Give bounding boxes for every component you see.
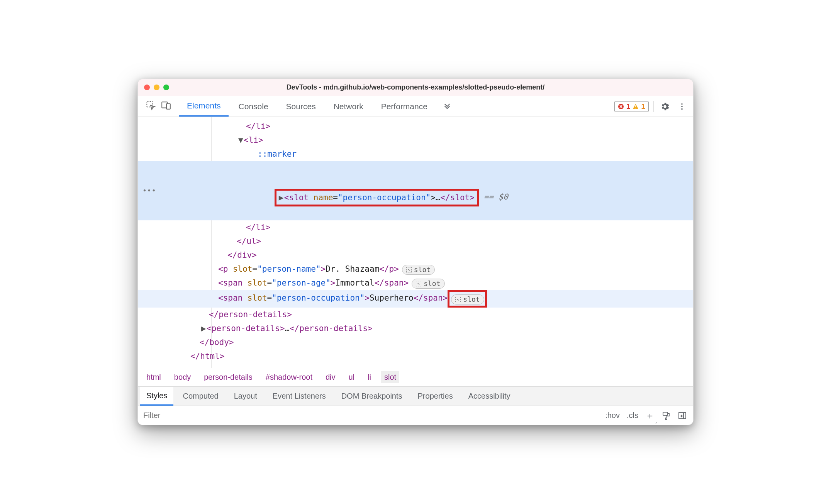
subtab-properties[interactable]: Properties bbox=[412, 387, 459, 406]
crumb-body[interactable]: body bbox=[171, 371, 194, 383]
selected-dollar0: == $0 bbox=[479, 192, 508, 201]
styles-tools: :hov .cls ＋ bbox=[599, 409, 693, 422]
tree-row[interactable]: ::marker bbox=[138, 147, 693, 161]
closing-tag-div: </div> bbox=[227, 250, 257, 260]
collapsed-content: … bbox=[285, 324, 290, 333]
devtools-window: DevTools - mdn.github.io/web-components-… bbox=[137, 79, 694, 425]
sidebar-tabstrip: Styles Computed Layout Event Listeners D… bbox=[138, 386, 693, 406]
tree-row[interactable]: ▼<li> bbox=[138, 133, 693, 147]
slot-pill-label: slot bbox=[424, 277, 440, 291]
tree-row[interactable]: ▶<person-details>…</person-details> bbox=[138, 321, 693, 335]
tree-row[interactable]: </html> bbox=[138, 349, 693, 363]
tab-network[interactable]: Network bbox=[326, 96, 371, 117]
svg-rect-0 bbox=[147, 101, 152, 107]
styles-paint-icon[interactable] bbox=[661, 411, 671, 420]
svg-rect-2 bbox=[166, 103, 170, 109]
tab-sources[interactable]: Sources bbox=[278, 96, 324, 117]
issues-counter[interactable]: 1 1 bbox=[614, 101, 649, 112]
text-content: Immortal bbox=[335, 278, 374, 288]
svg-point-6 bbox=[681, 103, 683, 105]
svg-rect-9 bbox=[663, 412, 668, 415]
styles-filter-input[interactable] bbox=[138, 406, 599, 425]
tab-overflow-button[interactable] bbox=[438, 101, 457, 112]
tree-row[interactable]: </person-details> bbox=[138, 308, 693, 321]
tree-row[interactable]: </li> bbox=[138, 119, 693, 133]
crumb-shadow-root[interactable]: #shadow-root bbox=[263, 371, 315, 383]
crumb-html[interactable]: html bbox=[143, 371, 164, 383]
new-style-rule-button[interactable]: ＋ bbox=[645, 409, 655, 422]
row-actions-icon[interactable]: ••• bbox=[142, 184, 156, 198]
closing-tag-ul: </ul> bbox=[237, 237, 261, 246]
collapsed-content: >… bbox=[431, 193, 440, 202]
closing-tag-slot: </slot> bbox=[440, 193, 475, 202]
tree-row[interactable]: <p slot="person-name">Dr. Shazaam</p>↖sl… bbox=[138, 262, 693, 276]
expand-arrow-down-icon[interactable]: ▼ bbox=[238, 133, 244, 147]
device-toggle-icon[interactable] bbox=[161, 100, 171, 113]
minimize-window-button[interactable] bbox=[154, 85, 159, 90]
attr-value: "person-age" bbox=[272, 278, 331, 288]
svg-rect-4 bbox=[636, 105, 636, 107]
toggle-hov-button[interactable]: :hov bbox=[605, 411, 620, 420]
tree-row[interactable]: </body> bbox=[138, 335, 693, 349]
kebab-menu-icon[interactable] bbox=[676, 101, 688, 112]
subtab-styles[interactable]: Styles bbox=[140, 387, 173, 406]
closing-tag-person-details: </person-details> bbox=[290, 324, 373, 333]
subtab-layout[interactable]: Layout bbox=[228, 387, 263, 406]
slot-pill-label: slot bbox=[463, 293, 480, 306]
crumb-slot[interactable]: slot bbox=[381, 371, 399, 383]
toggle-computed-side-icon[interactable] bbox=[678, 411, 687, 420]
tab-performance[interactable]: Performance bbox=[373, 96, 435, 117]
crumb-div[interactable]: div bbox=[322, 371, 339, 383]
crumb-person-details[interactable]: person-details bbox=[201, 371, 256, 383]
subtab-computed[interactable]: Computed bbox=[176, 387, 224, 406]
subtab-accessibility[interactable]: Accessibility bbox=[462, 387, 517, 406]
tree-row[interactable]: </ul> bbox=[138, 234, 693, 248]
elements-tree[interactable]: </li> ▼<li> ::marker ••• ▶<slot name="pe… bbox=[138, 117, 693, 368]
svg-rect-10 bbox=[665, 418, 667, 419]
attr-value: "person-name" bbox=[257, 264, 321, 274]
crumb-ul[interactable]: ul bbox=[346, 371, 358, 383]
pseudo-marker: ::marker bbox=[258, 149, 297, 159]
closing-tag-span: </span> bbox=[414, 293, 448, 303]
svg-rect-5 bbox=[636, 108, 636, 108]
svg-point-7 bbox=[681, 106, 683, 107]
main-toolbar: Elements Console Sources Network Perform… bbox=[138, 96, 693, 117]
close-window-button[interactable] bbox=[144, 85, 150, 90]
expand-arrow-right-icon[interactable]: ▶ bbox=[279, 191, 284, 205]
attr-name: slot bbox=[233, 264, 253, 274]
error-count: 1 bbox=[626, 102, 631, 111]
zoom-window-button[interactable] bbox=[163, 85, 169, 90]
subtab-dom-breakpoints[interactable]: DOM Breakpoints bbox=[335, 387, 409, 406]
tree-row-selected[interactable]: ••• ▶<slot name="person-occupation">…</s… bbox=[138, 161, 693, 220]
tab-console[interactable]: Console bbox=[231, 96, 276, 117]
tree-row[interactable]: </div> bbox=[138, 248, 693, 262]
titlebar: DevTools - mdn.github.io/web-components-… bbox=[138, 79, 693, 96]
attr-value: "person-occupation" bbox=[272, 293, 365, 303]
settings-icon[interactable] bbox=[658, 100, 672, 113]
attr-value: "person-occupation" bbox=[338, 193, 431, 202]
expand-arrow-right-icon[interactable]: ▶ bbox=[201, 321, 207, 335]
tree-row-related[interactable]: <span slot="person-occupation">Superhero… bbox=[138, 290, 693, 308]
tab-elements[interactable]: Elements bbox=[179, 96, 229, 117]
window-title: DevTools - mdn.github.io/web-components-… bbox=[138, 83, 693, 91]
attr-name: slot bbox=[248, 293, 267, 303]
warning-count: 1 bbox=[641, 102, 645, 111]
reveal-slot-button[interactable]: ↖slot bbox=[402, 265, 435, 275]
tree-row[interactable]: <span slot="person-age">Immortal</span>↖… bbox=[138, 276, 693, 290]
closing-tag-li: </li> bbox=[246, 223, 270, 232]
subtab-event-listeners[interactable]: Event Listeners bbox=[266, 387, 332, 406]
closing-tag-html: </html> bbox=[190, 352, 225, 361]
closing-tag-li: </li> bbox=[246, 122, 270, 131]
inspect-element-icon[interactable] bbox=[146, 100, 156, 113]
panel-tabstrip: Elements Console Sources Network Perform… bbox=[176, 96, 609, 117]
slot-tag: <slot bbox=[284, 193, 314, 202]
reveal-slot-button[interactable]: ↖slot bbox=[412, 279, 444, 289]
reveal-slot-button[interactable]: ↖slot bbox=[451, 294, 484, 304]
svg-rect-11 bbox=[679, 413, 686, 419]
elements-breadcrumb: html body person-details #shadow-root di… bbox=[138, 368, 693, 386]
toggle-cls-button[interactable]: .cls bbox=[627, 411, 638, 420]
slot-target-icon: ↖ bbox=[416, 281, 421, 286]
slot-target-icon: ↖ bbox=[455, 297, 461, 302]
tree-row[interactable]: </li> bbox=[138, 220, 693, 234]
crumb-li[interactable]: li bbox=[365, 371, 374, 383]
